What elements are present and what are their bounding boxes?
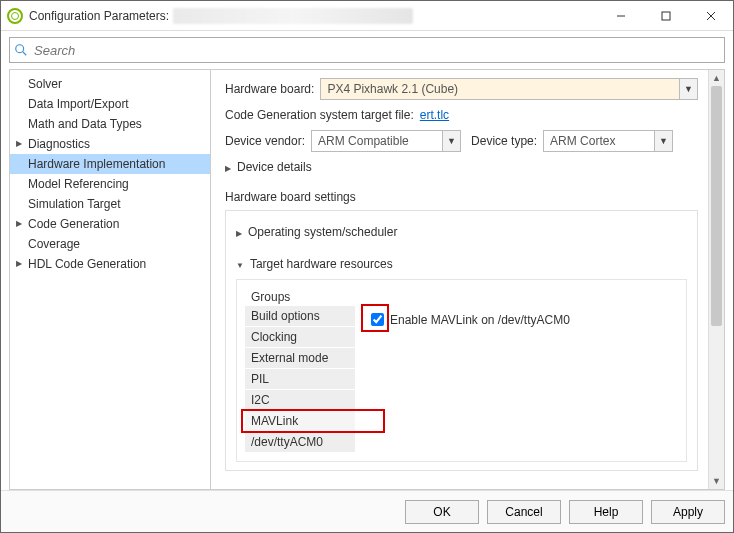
search-field[interactable] <box>9 37 725 63</box>
category-sidebar[interactable]: SolverData Import/ExportMath and Data Ty… <box>9 69 211 490</box>
device-type-value: ARM Cortex <box>544 134 654 148</box>
groups-header: Groups <box>245 288 355 306</box>
group-item-clocking[interactable]: Clocking <box>245 327 355 348</box>
mavlink-enable-checkbox[interactable] <box>371 313 384 326</box>
mavlink-enable-row: Enable MAVLink on /dev/ttyACM0 <box>367 310 570 329</box>
window-title: Configuration Parameters: <box>29 9 169 23</box>
sidebar-item-solver[interactable]: Solver <box>10 74 210 94</box>
apply-button[interactable]: Apply <box>651 500 725 524</box>
sidebar-item-code-generation[interactable]: Code Generation <box>10 214 210 234</box>
sidebar-item-diagnostics[interactable]: Diagnostics <box>10 134 210 154</box>
body: SolverData Import/ExportMath and Data Ty… <box>9 69 725 490</box>
maximize-button[interactable] <box>643 1 688 31</box>
device-type-dropdown[interactable]: ARM Cortex ▼ <box>543 130 673 152</box>
sidebar-item-hardware-implementation[interactable]: Hardware Implementation <box>10 154 210 174</box>
board-settings-heading: Hardware board settings <box>225 190 698 204</box>
target-hw-resources-expander[interactable]: Target hardware resources <box>236 257 687 271</box>
cancel-button[interactable]: Cancel <box>487 500 561 524</box>
os-scheduler-expander[interactable]: Operating system/scheduler <box>236 225 687 239</box>
codegen-target-label: Code Generation system target file: <box>225 108 414 122</box>
mavlink-enable-label: Enable MAVLink on /dev/ttyACM0 <box>390 313 570 327</box>
sidebar-item-math-and-data-types[interactable]: Math and Data Types <box>10 114 210 134</box>
svg-point-4 <box>16 45 24 53</box>
search-input[interactable] <box>32 42 720 59</box>
sidebar-item-coverage[interactable]: Coverage <box>10 234 210 254</box>
chevron-down-icon: ▼ <box>679 79 697 99</box>
group-item-i2c[interactable]: I2C <box>245 390 355 411</box>
target-hw-resources-panel: Groups Build optionsClockingExternal mod… <box>236 279 687 462</box>
scroll-down-icon[interactable]: ▼ <box>709 473 724 489</box>
hardware-board-value: PX4 Pixhawk 2.1 (Cube) <box>321 82 679 96</box>
svg-line-5 <box>23 52 27 56</box>
dialog-window: Configuration Parameters: SolverData Imp… <box>0 0 734 533</box>
device-vendor-dropdown[interactable]: ARM Compatible ▼ <box>311 130 461 152</box>
close-button[interactable] <box>688 1 733 31</box>
app-icon <box>7 8 23 24</box>
help-button[interactable]: Help <box>569 500 643 524</box>
device-vendor-value: ARM Compatible <box>312 134 442 148</box>
group-detail: Enable MAVLink on /dev/ttyACM0 <box>355 288 678 453</box>
scroll-thumb[interactable] <box>711 86 722 326</box>
sidebar-item-data-import-export[interactable]: Data Import/Export <box>10 94 210 114</box>
sidebar-item-hdl-code-generation[interactable]: HDL Code Generation <box>10 254 210 274</box>
group-item-external-mode[interactable]: External mode <box>245 348 355 369</box>
chevron-down-icon: ▼ <box>442 131 460 151</box>
button-bar: OK Cancel Help Apply <box>1 490 733 532</box>
svg-rect-1 <box>662 12 670 20</box>
sidebar-item-model-referencing[interactable]: Model Referencing <box>10 174 210 194</box>
codegen-target-link[interactable]: ert.tlc <box>420 108 449 122</box>
ok-button[interactable]: OK <box>405 500 479 524</box>
title-redacted <box>173 8 413 24</box>
hardware-board-dropdown[interactable]: PX4 Pixhawk 2.1 (Cube) ▼ <box>320 78 698 100</box>
groups-column: Groups Build optionsClockingExternal mod… <box>245 288 355 453</box>
chevron-down-icon: ▼ <box>654 131 672 151</box>
group-item--dev-ttyacm0[interactable]: /dev/ttyACM0 <box>245 432 355 453</box>
device-details-expander[interactable]: Device details <box>225 160 698 174</box>
vertical-scrollbar[interactable]: ▲ ▼ <box>708 70 724 489</box>
device-type-label: Device type: <box>471 134 537 148</box>
search-icon <box>14 43 28 57</box>
minimize-button[interactable] <box>598 1 643 31</box>
board-settings-panel: Operating system/scheduler Target hardwa… <box>225 210 698 471</box>
main-panel: Hardware board: PX4 Pixhawk 2.1 (Cube) ▼… <box>211 69 725 490</box>
device-vendor-label: Device vendor: <box>225 134 305 148</box>
content-area: SolverData Import/ExportMath and Data Ty… <box>1 31 733 490</box>
scroll-up-icon[interactable]: ▲ <box>709 70 724 86</box>
hardware-board-label: Hardware board: <box>225 82 314 96</box>
group-item-build-options[interactable]: Build options <box>245 306 355 327</box>
sidebar-item-simulation-target[interactable]: Simulation Target <box>10 194 210 214</box>
group-item-mavlink[interactable]: MAVLink <box>245 411 355 432</box>
main-scroll: Hardware board: PX4 Pixhawk 2.1 (Cube) ▼… <box>211 70 708 489</box>
titlebar: Configuration Parameters: <box>1 1 733 31</box>
group-item-pil[interactable]: PIL <box>245 369 355 390</box>
